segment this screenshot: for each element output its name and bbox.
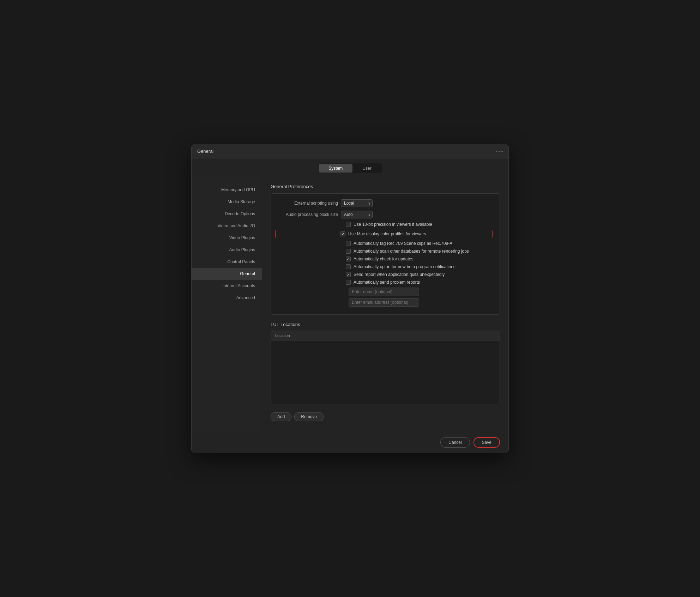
- preferences-box: External scripting using Local Network N…: [271, 193, 500, 315]
- checkbox-send-report-label: Send report when application quits unexp…: [354, 272, 445, 277]
- main-content: General Preferences External scripting u…: [262, 177, 508, 432]
- checkbox-row-rec709: Automatically tag Rec.709 Scene clips as…: [278, 241, 493, 246]
- lut-header: Location: [271, 331, 500, 340]
- lut-buttons: Add Remove: [271, 409, 500, 425]
- audio-processing-row: Audio processing block size Auto 512 102…: [278, 211, 493, 218]
- external-scripting-dropdown-wrapper: Local Network None: [341, 199, 373, 207]
- checkbox-row-beta: Automatically opt-in for new beta progra…: [278, 264, 493, 269]
- email-input-row: [278, 298, 493, 307]
- checkbox-updates-label: Automatically check for updates: [354, 257, 413, 261]
- general-preferences-title: General Preferences: [271, 184, 500, 189]
- dot-1: [496, 151, 497, 152]
- checkbox-row-problem-reports: Automatically send problem reports: [278, 280, 493, 285]
- name-input[interactable]: [349, 288, 419, 296]
- sidebar-item-decode-options[interactable]: Decode Options: [192, 208, 262, 220]
- checkbox-row-10bit: Use 10-bit precision in viewers if avail…: [278, 222, 493, 227]
- titlebar-dots: [496, 151, 503, 152]
- sidebar-item-audio-plugins[interactable]: Audio Plugins: [192, 244, 262, 256]
- footer: Cancel Save: [192, 432, 508, 453]
- sidebar-item-memory-gpu[interactable]: Memory and GPU: [192, 184, 262, 196]
- sidebar-item-general[interactable]: General: [192, 268, 262, 280]
- window-title: General: [197, 149, 213, 154]
- sidebar-item-video-plugins[interactable]: Video Plugins: [192, 232, 262, 244]
- dot-3: [501, 151, 503, 152]
- audio-processing-dropdown[interactable]: Auto 512 1024 2048: [341, 211, 373, 218]
- name-input-row: [278, 288, 493, 296]
- checkbox-scan-db[interactable]: [346, 249, 351, 254]
- checkbox-10bit-label: Use 10-bit precision in viewers if avail…: [354, 222, 432, 227]
- audio-processing-dropdown-wrapper: Auto 512 1024 2048: [341, 211, 373, 218]
- checkbox-problem-reports[interactable]: [346, 280, 351, 285]
- sidebar: Memory and GPU Media Storage Decode Opti…: [192, 177, 262, 432]
- lut-remove-button[interactable]: Remove: [294, 412, 324, 421]
- tab-system[interactable]: System: [319, 164, 352, 173]
- checkbox-10bit[interactable]: [346, 222, 351, 227]
- sidebar-item-media-storage[interactable]: Media Storage: [192, 196, 262, 208]
- cancel-button[interactable]: Cancel: [440, 437, 470, 448]
- checkbox-rec709-label: Automatically tag Rec.709 Scene clips as…: [354, 241, 452, 246]
- lut-box: Location: [271, 331, 500, 404]
- audio-processing-label: Audio processing block size: [278, 212, 338, 217]
- titlebar: General: [192, 144, 508, 158]
- checkbox-problem-reports-label: Automatically send problem reports: [354, 280, 420, 285]
- checkbox-row-send-report: Send report when application quits unexp…: [278, 272, 493, 277]
- checkbox-scan-db-label: Automatically scan other databases for r…: [354, 249, 469, 254]
- checkbox-row-mac-color: Use Mac display color profiles for viewe…: [275, 230, 493, 238]
- email-input[interactable]: [349, 298, 419, 307]
- tab-user[interactable]: User: [352, 164, 381, 173]
- sidebar-item-control-panels[interactable]: Control Panels: [192, 256, 262, 268]
- save-button[interactable]: Save: [473, 437, 500, 448]
- content-area: Memory and GPU Media Storage Decode Opti…: [192, 177, 508, 432]
- checkbox-mac-color-label: Use Mac display color profiles for viewe…: [348, 231, 426, 236]
- preferences-window: General System User Memory and GPU Media…: [191, 144, 509, 453]
- checkbox-updates[interactable]: [346, 257, 351, 261]
- external-scripting-dropdown[interactable]: Local Network None: [341, 199, 373, 207]
- tabs-row: System User: [192, 158, 508, 177]
- checkbox-mac-color[interactable]: [340, 231, 345, 236]
- checkbox-beta[interactable]: [346, 264, 351, 269]
- external-scripting-label: External scripting using: [278, 201, 338, 206]
- sidebar-item-video-audio-io[interactable]: Video and Audio I/O: [192, 220, 262, 232]
- checkbox-send-report[interactable]: [346, 272, 351, 277]
- lut-add-button[interactable]: Add: [271, 412, 291, 421]
- checkbox-beta-label: Automatically opt-in for new beta progra…: [354, 264, 455, 269]
- checkbox-row-scan-db: Automatically scan other databases for r…: [278, 249, 493, 254]
- sidebar-item-advanced[interactable]: Advanced: [192, 292, 262, 304]
- dot-2: [499, 151, 500, 152]
- lut-body: [271, 340, 500, 404]
- external-scripting-row: External scripting using Local Network N…: [278, 199, 493, 207]
- lut-section-title: LUT Locations: [271, 322, 500, 327]
- sidebar-item-internet-accounts[interactable]: Internet Accounts: [192, 280, 262, 292]
- tabs-container: System User: [318, 163, 382, 173]
- checkbox-rec709[interactable]: [346, 241, 351, 246]
- checkbox-row-updates: Automatically check for updates: [278, 257, 493, 261]
